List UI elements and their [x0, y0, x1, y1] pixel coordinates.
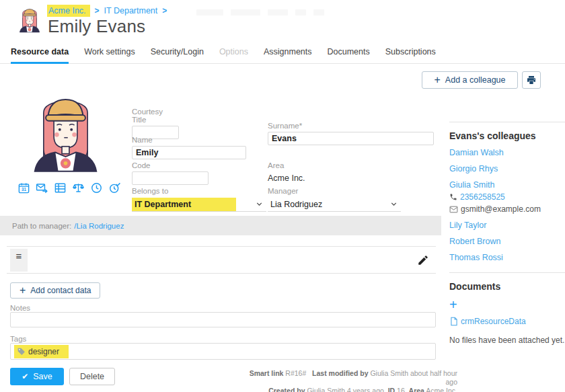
belongs-to-select[interactable]: IT Department — [132, 197, 266, 212]
calendar-icon[interactable]: 31 — [17, 182, 30, 194]
redacted-text — [196, 9, 324, 15]
document-link[interactable]: crmResourceData — [461, 317, 526, 326]
table-icon[interactable] — [54, 182, 67, 194]
drag-handle-icon[interactable]: ≡ — [10, 249, 28, 272]
plus-icon: + — [435, 75, 441, 85]
envelope-icon — [449, 205, 458, 214]
delete-button[interactable]: Delete — [69, 368, 115, 385]
avatar-thumbnail — [15, 2, 44, 37]
contact-data-row: ≡ — [7, 246, 436, 274]
tags-field[interactable]: designer — [10, 343, 436, 360]
area-value: Acme Inc. — [268, 173, 402, 183]
save-button[interactable]: ✔ Save — [10, 368, 64, 385]
add-colleague-button[interactable]: + Add a colleague — [422, 71, 518, 89]
manager-select[interactable]: Lia Rodriguez — [268, 197, 401, 212]
chevron-down-icon — [389, 200, 398, 208]
colleague-link[interactable]: Robert Brown — [449, 237, 565, 246]
area-label: Area — [268, 161, 402, 169]
surname-field[interactable] — [268, 132, 434, 145]
colleague-phone-link[interactable]: 2356258525 — [460, 192, 505, 202]
audit-line-1: Smart link R#16# Last modified by Giulia… — [242, 369, 457, 387]
clock-icon[interactable] — [90, 182, 103, 194]
timer-check-icon[interactable] — [108, 182, 121, 194]
profile-avatar — [20, 91, 111, 173]
colleague-link[interactable]: Lily Taylor — [449, 221, 565, 230]
chevron-right-icon: > — [162, 6, 167, 15]
add-contact-data-label: Add contact data — [30, 286, 91, 295]
area-value: Acme Inc. — [426, 387, 457, 392]
breadcrumb-department-link[interactable]: IT Department — [104, 6, 158, 15]
created-by-label: Created by — [268, 387, 305, 392]
id-label: ID — [388, 387, 396, 392]
send-mail-icon[interactable] — [36, 182, 48, 194]
colleague-link[interactable]: Damian Walsh — [449, 148, 565, 157]
notes-label: Notes — [10, 304, 30, 312]
name-label: Name — [132, 136, 246, 144]
add-colleague-label: Add a colleague — [445, 75, 506, 85]
printer-icon — [526, 75, 537, 85]
colleagues-heading: Evans's colleagues — [449, 130, 565, 141]
last-modified-by: Giulia Smith — [370, 369, 408, 377]
path-to-manager-link[interactable]: /Lia Rodriguez — [74, 222, 124, 230]
sidebar-divider — [449, 272, 565, 273]
scales-icon[interactable] — [72, 182, 85, 194]
documents-empty-message: No files have been attached yet. — [449, 336, 565, 345]
name-field[interactable] — [132, 146, 246, 159]
id-value: 16 — [397, 387, 405, 392]
breadcrumb-company-link[interactable]: Acme Inc. — [47, 5, 90, 17]
courtesy-title-label: Courtesy Title — [132, 108, 179, 124]
add-document-button[interactable]: + — [449, 298, 460, 311]
belongs-to-value: IT Department — [132, 198, 236, 211]
breadcrumb: Acme Inc. > IT Department > — [47, 5, 167, 17]
svg-text:31: 31 — [22, 187, 27, 192]
last-modified-label: Last modified by — [312, 369, 368, 377]
colleague-email[interactable]: gsmith@example.com — [461, 204, 541, 214]
tab-security-login[interactable]: Security/Login — [151, 43, 204, 64]
tab-documents[interactable]: Documents — [328, 43, 370, 64]
belongs-to-label: Belongs to — [132, 187, 266, 195]
smart-link-label: Smart link — [250, 369, 284, 377]
edit-pencil-icon[interactable] — [417, 254, 429, 266]
manager-value: Lia Rodriguez — [268, 200, 322, 209]
colleague-link[interactable]: Giulia Smith — [449, 180, 565, 190]
colleague-email-row: gsmith@example.com — [449, 204, 565, 214]
phone-icon — [449, 193, 457, 201]
tags-label: Tags — [10, 335, 26, 343]
path-to-manager-label: Path to manager: — [12, 222, 71, 230]
document-link-row: crmResourceData — [449, 317, 565, 326]
path-to-manager-bar: Path to manager: /Lia Rodriguez — [0, 216, 441, 235]
sidebar: Evans's colleagues Damian Walsh Giorgio … — [449, 122, 565, 345]
manager-label: Manager — [268, 187, 401, 195]
print-button[interactable] — [522, 71, 541, 89]
tab-resource-data[interactable]: Resource data — [11, 43, 69, 64]
colleague-link[interactable]: Thomas Rossi — [449, 253, 565, 262]
save-label: Save — [33, 372, 52, 381]
created-time: 4 years ago — [347, 387, 384, 392]
tag-icon — [17, 347, 26, 356]
tag-chip[interactable]: designer — [14, 345, 69, 358]
page-title: Emily Evans — [48, 16, 145, 37]
tab-bar: Resource data Work settings Security/Log… — [0, 43, 565, 64]
tab-subscriptions[interactable]: Subscriptions — [385, 43, 436, 64]
quick-action-icons: 31 — [17, 182, 121, 194]
chevron-down-icon — [255, 200, 264, 208]
documents-heading: Documents — [449, 281, 565, 292]
code-field[interactable] — [132, 171, 209, 185]
tab-assignments[interactable]: Assignments — [264, 43, 312, 64]
area-label: Area — [409, 387, 424, 392]
tag-label: designer — [28, 347, 59, 356]
notes-field[interactable] — [10, 312, 436, 327]
created-by: Giulia Smith — [307, 387, 345, 392]
record-audit-info: Smart link R#16# Last modified by Giulia… — [242, 369, 457, 392]
smart-link-value: R#16# — [285, 369, 306, 377]
surname-label: Surname* — [268, 122, 434, 130]
tab-work-settings[interactable]: Work settings — [84, 43, 135, 64]
file-icon — [449, 317, 459, 326]
audit-line-2: Created by Giulia Smith 4 years ago ID 1… — [242, 387, 457, 392]
tab-options: Options — [219, 43, 248, 64]
colleague-link[interactable]: Giorgio Rhys — [449, 164, 565, 173]
last-modified-time: about half hour ago — [410, 369, 457, 386]
add-contact-data-button[interactable]: + Add contact data — [10, 282, 100, 299]
resource-profile-page: Acme Inc. > IT Department > Emily Evans … — [0, 0, 565, 392]
plus-icon: + — [20, 285, 26, 296]
